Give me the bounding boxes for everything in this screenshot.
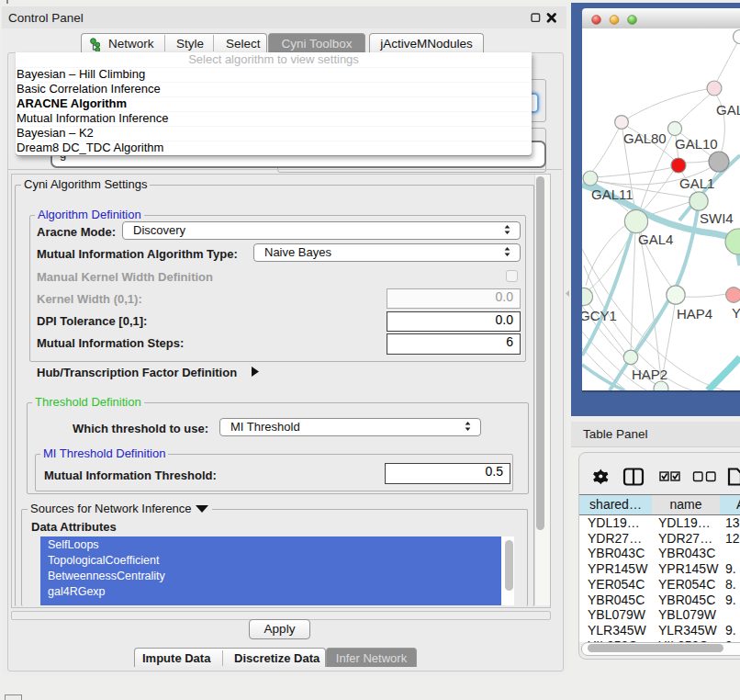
svg-text:GCY1: GCY1 [582, 308, 617, 323]
svg-text:HAP2: HAP2 [632, 367, 667, 382]
svg-text:GAL10: GAL10 [675, 136, 718, 152]
svg-text:SWI4: SWI4 [700, 210, 734, 226]
svg-text:GAL80: GAL80 [623, 130, 667, 146]
svg-text:HAP4: HAP4 [677, 306, 712, 322]
svg-text:GAL11: GAL11 [591, 186, 633, 202]
svg-text:GAL4: GAL4 [638, 231, 673, 247]
svg-text:YM: YM [732, 305, 740, 321]
svg-text:GAL1: GAL1 [679, 175, 714, 191]
svg-text:GAL7: GAL7 [716, 102, 740, 118]
